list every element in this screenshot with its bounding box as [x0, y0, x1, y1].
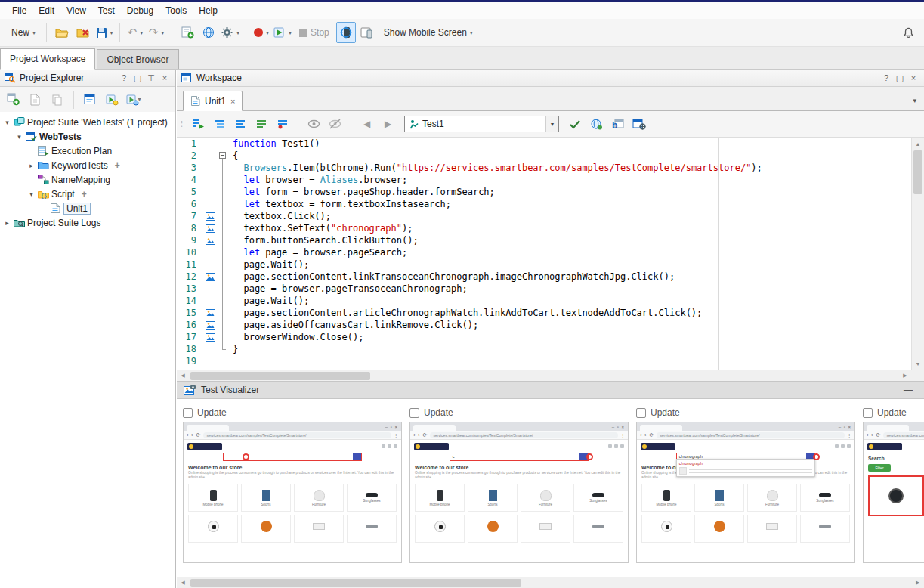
code-line-6[interactable]: 6 let textbox = form.textboxInstasearch; [177, 198, 911, 210]
tab-close-icon[interactable]: × [230, 97, 235, 106]
visualizer-thumbnail[interactable]: – ▫ ×‹ › ⟳services.smartbear.com/samples… [636, 422, 855, 563]
menu-item-edit[interactable]: Edit [32, 4, 60, 17]
visualizer-marker-icon[interactable] [202, 212, 218, 221]
hide-watch-button[interactable] [326, 115, 345, 134]
tree-expanded-toggle-icon[interactable]: ▾ [15, 133, 23, 141]
code-line-7[interactable]: 7 textbox.Click(); [177, 210, 911, 222]
device-screen-button[interactable] [357, 22, 377, 43]
update-checkbox[interactable] [636, 408, 646, 418]
run-routine-button[interactable] [188, 115, 207, 134]
fold-gutter[interactable]: − [218, 150, 228, 162]
object-spy-button[interactable] [587, 115, 606, 134]
update-checkbox[interactable] [409, 408, 419, 418]
breakpoints-button[interactable] [273, 115, 292, 134]
visualizer-thumbnail[interactable]: – ▫ ×‹ › ⟳services.smartbear.com/samples… [183, 422, 402, 563]
mobile-screen-toggle[interactable] [336, 22, 356, 43]
code-line-3[interactable]: 3 Browsers.Item(btChrome).Run("https://s… [177, 162, 911, 174]
tab-unit1[interactable]: Unit1 × [183, 91, 243, 111]
tab-project-workspace[interactable]: Project Workspace [0, 48, 95, 70]
add-child-item-button[interactable]: + [82, 189, 87, 200]
code-line-16[interactable]: 16 page.asideOffcanvasCart.linkRemove.Cl… [177, 319, 911, 331]
code-line-5[interactable]: 5 let form = browser.pageShop.header.for… [177, 186, 911, 198]
visualizer-marker-icon[interactable] [202, 273, 218, 281]
update-checkbox[interactable] [183, 408, 193, 418]
tree-item-webtests[interactable]: ▾WebTests [0, 129, 175, 144]
code-line-9[interactable]: 9 form.buttonSearch.ClickButton(); [177, 234, 911, 246]
scroll-left-icon[interactable]: ◀ [177, 577, 189, 588]
menu-item-test[interactable]: Test [92, 4, 121, 17]
code-editor-button[interactable] [80, 90, 100, 110]
navigate-back-button[interactable]: ◀ [357, 115, 376, 134]
pin-button[interactable]: ⊤ [145, 73, 157, 83]
visualizer-marker-icon[interactable] [202, 224, 218, 233]
help-button[interactable]: ? [118, 73, 130, 83]
editor-horizontal-scrollbar[interactable]: ◀ ▶ [177, 370, 911, 381]
tree-item-project-suite-logs[interactable]: ▸Project Suite Logs [0, 215, 175, 230]
scroll-down-icon[interactable]: ▼ [912, 357, 924, 370]
menu-item-help[interactable]: Help [193, 4, 224, 17]
record-test-button[interactable]: ▾ [252, 22, 271, 43]
stop-button[interactable]: Stop [294, 22, 335, 43]
tree-item-script[interactable]: ▾{}Script+ [0, 187, 175, 201]
tree-expanded-toggle-icon[interactable]: ▾ [3, 119, 11, 126]
menu-item-tools[interactable]: Tools [159, 4, 193, 17]
editor-vertical-scrollbar[interactable]: ▲ ▼ [911, 138, 924, 370]
code-line-12[interactable]: 12 page.sectionContent.linkTransoceanChr… [177, 271, 911, 283]
scroll-right-icon[interactable]: ▶ [912, 577, 924, 588]
code-line-13[interactable]: 13 page = browser.pageTransoceanChronogr… [177, 283, 911, 295]
visualizer-marker-icon[interactable] [202, 309, 218, 317]
menu-item-debug[interactable]: Debug [121, 4, 159, 17]
code-line-19[interactable]: 19 [177, 355, 911, 367]
close-button[interactable]: × [907, 73, 919, 83]
tree-item-unit1[interactable]: Unit1 [0, 201, 175, 215]
code-line-18[interactable]: 18} [177, 343, 911, 355]
help-button[interactable]: ? [880, 73, 892, 83]
visualizer-marker-icon[interactable] [202, 321, 218, 330]
bottom-scrollbar[interactable]: ◀ ▶ [177, 577, 924, 588]
tools-options-button[interactable]: ▾ [220, 22, 240, 43]
code-line-8[interactable]: 8 textbox.SetText("chronograph"); [177, 222, 911, 234]
tree-item-keywordtests[interactable]: ▸KeywordTests+ [0, 158, 175, 172]
scroll-right-icon[interactable]: ▶ [899, 370, 911, 381]
code-line-11[interactable]: 11 page.Wait(); [177, 258, 911, 271]
scroll-left-icon[interactable]: ◀ [177, 370, 189, 381]
tree-expanded-toggle-icon[interactable]: ▾ [27, 190, 36, 198]
save-button[interactable]: ▾ [94, 22, 114, 43]
tree-item-project-suite-webtests-1-project[interactable]: ▾Project Suite 'WebTests' (1 project) [0, 115, 175, 129]
visualizer-thumbnail[interactable]: – ▫ ×‹ › ⟳services.smartbear.com/samples… [409, 422, 629, 563]
visualizer-minimize-button[interactable]: — [899, 385, 917, 395]
editor-settings-button[interactable] [629, 115, 648, 134]
add-new-item-button[interactable] [178, 22, 197, 43]
code-line-14[interactable]: 14 page.Wait(); [177, 295, 911, 307]
update-checkbox[interactable] [863, 408, 873, 418]
scroll-up-icon[interactable]: ▲ [912, 138, 924, 150]
close-file-button[interactable] [73, 22, 93, 43]
undo-button[interactable]: ↶ ▾ [125, 22, 145, 43]
tab-list-dropdown-icon[interactable]: ▾ [913, 97, 916, 104]
navigate-forward-button[interactable]: ▶ [379, 115, 397, 134]
visualizer-marker-icon[interactable] [202, 237, 218, 245]
float-button[interactable]: ▢ [894, 73, 906, 83]
tree-collapsed-toggle-icon[interactable]: ▸ [3, 219, 11, 227]
indent-button[interactable] [230, 115, 249, 134]
test-selector-combo[interactable]: Test1 ▾ [404, 116, 559, 132]
open-button[interactable] [52, 22, 72, 43]
menu-item-file[interactable]: File [6, 4, 32, 17]
tree-item-execution-plan[interactable]: Execution Plan [0, 144, 175, 158]
notifications-button[interactable] [898, 22, 918, 43]
show-mobile-screen-button[interactable]: Show Mobile Screen ▾ [379, 22, 478, 43]
code-area[interactable]: 1function Test1()2−{3 Browsers.Item(btCh… [177, 138, 911, 370]
run-profile-button[interactable]: ▾ [124, 90, 144, 110]
add-existing-item-button[interactable] [26, 90, 45, 110]
tab-object-browser[interactable]: Object Browser [97, 49, 178, 69]
redo-button[interactable]: ↷ ▾ [147, 22, 166, 43]
run-test-button[interactable]: ▾ [273, 22, 292, 43]
code-line-2[interactable]: 2−{ [177, 150, 911, 162]
add-child-item-button[interactable]: + [115, 160, 120, 171]
horizontal-scroll-thumb[interactable] [190, 579, 521, 587]
menu-item-view[interactable]: View [60, 4, 92, 17]
checkpoint-wizard-button[interactable] [199, 22, 218, 43]
close-button[interactable]: × [159, 73, 171, 83]
format-code-button[interactable] [252, 115, 270, 134]
code-line-10[interactable]: 10 let page = browser.pageSearch; [177, 246, 911, 258]
